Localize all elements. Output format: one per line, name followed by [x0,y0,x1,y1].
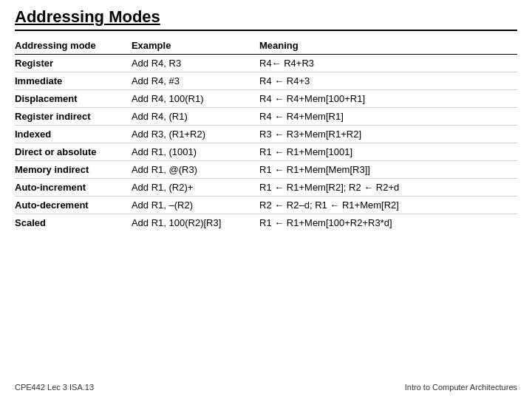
cell-mode: Register indirect [15,108,132,126]
cell-example: Add R4, 100(R1) [132,90,259,108]
table-row: Direct or absoluteAdd R1, (1001)R1 ← R1+… [15,143,517,161]
addressing-modes-table: Addressing mode Example Meaning Register… [15,37,517,231]
cell-example: Add R4, R3 [132,55,259,72]
cell-meaning: R4 ← R4+3 [259,72,517,90]
page-title: Addressing Modes [15,7,160,26]
cell-mode: Auto-increment [15,179,132,197]
footer: CPE442 Lec 3 ISA.13 Intro to Computer Ar… [15,383,517,392]
cell-meaning: R3 ← R3+Mem[R1+R2] [259,126,517,143]
cell-example: Add R1, –(R2) [132,197,259,214]
header-meaning: Meaning [259,37,517,55]
header-example: Example [132,37,259,55]
cell-meaning: R4 ← R4+Mem[R1] [259,108,517,126]
cell-example: Add R3, (R1+R2) [132,126,259,143]
cell-mode: Memory indirect [15,161,132,179]
page: Addressing Modes Addressing mode Example… [0,0,532,399]
cell-meaning: R2 ← R2–d; R1 ← R1+Mem[R2] [259,197,517,214]
cell-example: Add R1, (R2)+ [132,179,259,197]
cell-meaning: R1 ← R1+Mem[R2]; R2 ← R2+d [259,179,517,197]
cell-mode: Scaled [15,214,132,232]
footer-right: Intro to Computer Architectures [405,383,517,392]
table-header-row: Addressing mode Example Meaning [15,37,517,55]
cell-meaning: R1 ← R1+Mem[100+R2+R3*d] [259,214,517,232]
cell-example: Add R4, #3 [132,72,259,90]
cell-example: Add R4, (R1) [132,108,259,126]
table-row: Register indirectAdd R4, (R1)R4 ← R4+Mem… [15,108,517,126]
cell-mode: Indexed [15,126,132,143]
table-row: Auto-decrementAdd R1, –(R2)R2 ← R2–d; R1… [15,197,517,214]
cell-meaning: R1 ← R1+Mem[1001] [259,143,517,161]
header-mode: Addressing mode [15,37,132,55]
cell-example: Add R1, (1001) [132,143,259,161]
footer-left: CPE442 Lec 3 ISA.13 [15,383,94,392]
table-row: ImmediateAdd R4, #3R4 ← R4+3 [15,72,517,90]
table-row: ScaledAdd R1, 100(R2)[R3]R1 ← R1+Mem[100… [15,214,517,232]
cell-meaning: R4 ← R4+Mem[100+R1] [259,90,517,108]
title-section: Addressing Modes [15,7,517,31]
table-row: Memory indirectAdd R1, @(R3)R1 ← R1+Mem[… [15,161,517,179]
cell-meaning: R1 ← R1+Mem[Mem[R3]] [259,161,517,179]
cell-example: Add R1, 100(R2)[R3] [132,214,259,232]
table-row: IndexedAdd R3, (R1+R2)R3 ← R3+Mem[R1+R2] [15,126,517,143]
table-row: DisplacementAdd R4, 100(R1)R4 ← R4+Mem[1… [15,90,517,108]
cell-mode: Direct or absolute [15,143,132,161]
cell-mode: Auto-decrement [15,197,132,214]
cell-meaning: R4← R4+R3 [259,55,517,72]
table-row: Auto-incrementAdd R1, (R2)+R1 ← R1+Mem[R… [15,179,517,197]
table-row: RegisterAdd R4, R3R4← R4+R3 [15,55,517,72]
cell-mode: Displacement [15,90,132,108]
cell-mode: Immediate [15,72,132,90]
cell-mode: Register [15,55,132,72]
cell-example: Add R1, @(R3) [132,161,259,179]
